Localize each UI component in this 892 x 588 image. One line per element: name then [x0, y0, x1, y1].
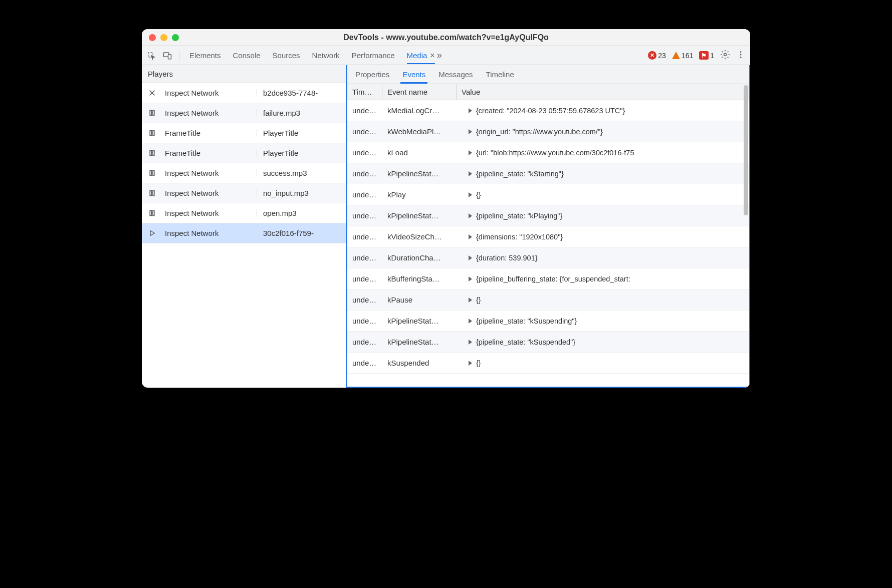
- event-value: {created: "2024-08-23 05:57:59.678623 UT…: [457, 107, 749, 115]
- svg-rect-12: [152, 151, 154, 156]
- expand-icon[interactable]: [469, 298, 472, 303]
- expand-icon[interactable]: [469, 234, 472, 239]
- player-title: PlayerTitle: [257, 149, 346, 157]
- player-row[interactable]: Inspect Networkfailure.mp3: [142, 103, 346, 123]
- expand-icon[interactable]: [469, 340, 472, 345]
- play-icon: [142, 229, 162, 237]
- svg-point-6: [740, 56, 742, 58]
- event-row[interactable]: unde…kPipelineStat…{pipeline_state: "kSt…: [347, 163, 749, 184]
- tab-performance[interactable]: Performance: [352, 47, 395, 64]
- scrollbar-thumb[interactable]: [744, 85, 748, 215]
- event-timestamp: unde…: [347, 232, 382, 241]
- player-row[interactable]: FrameTitlePlayerTitle: [142, 143, 346, 163]
- event-name: kLoad: [382, 148, 457, 157]
- event-row[interactable]: unde…kPause{}: [347, 289, 749, 311]
- svg-rect-2: [168, 54, 171, 59]
- subtab-timeline[interactable]: Timeline: [486, 66, 514, 83]
- event-value: {}: [457, 191, 749, 199]
- more-menu-icon[interactable]: [736, 50, 745, 61]
- players-header: Players: [142, 65, 346, 83]
- player-row[interactable]: Inspect Networkb2dce935-7748-: [142, 83, 346, 103]
- player-row[interactable]: Inspect Networkno_input.mp3: [142, 183, 346, 203]
- svg-rect-17: [150, 211, 151, 216]
- expand-icon[interactable]: [469, 108, 472, 113]
- pause-icon: [142, 109, 162, 117]
- expand-icon[interactable]: [469, 192, 472, 197]
- event-row[interactable]: unde…kWebMediaPl…{origin_url: "https://w…: [347, 121, 749, 142]
- more-tabs-icon[interactable]: »: [435, 50, 444, 61]
- player-row[interactable]: Inspect Network30c2f016-f759-: [142, 223, 346, 243]
- event-timestamp: unde…: [347, 190, 382, 199]
- events-table: Tim… Event name Value unde…kMediaLogCr…{…: [347, 84, 749, 387]
- expand-icon[interactable]: [469, 276, 472, 281]
- col-event-name[interactable]: Event name: [382, 84, 457, 100]
- tab-media[interactable]: Media×: [407, 47, 435, 64]
- expand-icon[interactable]: [469, 129, 472, 134]
- subtab-events[interactable]: Events: [402, 66, 425, 83]
- x-icon: [142, 89, 162, 97]
- subtab-properties[interactable]: Properties: [355, 66, 389, 83]
- subtab-messages[interactable]: Messages: [438, 66, 473, 83]
- event-row[interactable]: unde…kPipelineStat…{pipeline_state: "kSu…: [347, 332, 749, 353]
- event-timestamp: unde…: [347, 317, 382, 325]
- expand-icon[interactable]: [469, 171, 472, 176]
- inspect-icon[interactable]: [147, 51, 156, 60]
- event-value: {}: [457, 296, 749, 304]
- event-name: kBufferingSta…: [382, 274, 457, 283]
- events-header: Tim… Event name Value: [347, 84, 749, 100]
- event-row[interactable]: unde…kPlay{}: [347, 184, 749, 205]
- event-row[interactable]: unde…kSuspended{}: [347, 353, 749, 374]
- expand-icon[interactable]: [469, 255, 472, 260]
- expand-icon[interactable]: [469, 361, 472, 366]
- minimize-button[interactable]: [160, 34, 167, 41]
- event-value: {pipeline_state: "kSuspending"}: [457, 317, 749, 325]
- player-row[interactable]: Inspect Networksuccess.mp3: [142, 163, 346, 183]
- expand-icon[interactable]: [469, 319, 472, 324]
- pause-icon: [142, 149, 162, 157]
- sub-tabs: PropertiesEventsMessagesTimeline: [347, 65, 749, 84]
- event-row[interactable]: unde…kLoad{url: "blob:https://www.youtub…: [347, 142, 749, 163]
- player-row[interactable]: FrameTitlePlayerTitle: [142, 123, 346, 143]
- event-row[interactable]: unde…kMediaLogCr…{created: "2024-08-23 0…: [347, 100, 749, 121]
- error-count[interactable]: ✕ 23: [648, 51, 666, 60]
- svg-rect-18: [152, 211, 154, 216]
- player-row[interactable]: Inspect Networkopen.mp3: [142, 203, 346, 223]
- player-frame-title: Inspect Network: [162, 209, 257, 217]
- tab-elements[interactable]: Elements: [189, 47, 221, 64]
- event-value: {dimensions: "1920x1080"}: [457, 233, 749, 241]
- close-tab-icon[interactable]: ×: [430, 52, 434, 60]
- col-timestamp[interactable]: Tim…: [347, 84, 382, 100]
- event-row[interactable]: unde…kBufferingSta…{pipeline_buffering_s…: [347, 268, 749, 289]
- tab-network[interactable]: Network: [312, 47, 340, 64]
- event-name: kPipelineStat…: [382, 338, 457, 346]
- player-frame-title: Inspect Network: [162, 229, 257, 237]
- event-timestamp: unde…: [347, 127, 382, 136]
- svg-point-3: [724, 53, 727, 56]
- event-timestamp: unde…: [347, 106, 382, 115]
- event-row[interactable]: unde…kPipelineStat…{pipeline_state: "kSu…: [347, 311, 749, 332]
- info-count[interactable]: ⚑ 1: [699, 51, 714, 60]
- device-toggle-icon[interactable]: [163, 51, 172, 60]
- player-frame-title: FrameTitle: [162, 149, 257, 157]
- settings-icon[interactable]: [720, 50, 730, 62]
- main-tabs: ElementsConsoleSourcesNetworkPerformance…: [189, 47, 435, 64]
- svg-rect-9: [150, 131, 151, 136]
- event-name: kPlay: [382, 190, 457, 199]
- event-row[interactable]: unde…kVideoSizeCh…{dimensions: "1920x108…: [347, 226, 749, 247]
- warning-count[interactable]: 161: [672, 52, 693, 60]
- player-frame-title: Inspect Network: [162, 169, 257, 177]
- maximize-button[interactable]: [172, 34, 179, 41]
- expand-icon[interactable]: [469, 150, 472, 155]
- event-row[interactable]: unde…kPipelineStat…{pipeline_state: "kPl…: [347, 205, 749, 226]
- player-title: b2dce935-7748-: [257, 89, 346, 97]
- event-value: {pipeline_state: "kPlaying"}: [457, 212, 749, 220]
- event-timestamp: unde…: [347, 359, 382, 367]
- tab-console[interactable]: Console: [233, 47, 261, 64]
- event-row[interactable]: unde…kDurationCha…{duration: 539.901}: [347, 247, 749, 268]
- close-button[interactable]: [149, 34, 156, 41]
- col-value[interactable]: Value: [457, 84, 749, 100]
- tab-sources[interactable]: Sources: [273, 47, 300, 64]
- warning-icon: [672, 52, 680, 59]
- expand-icon[interactable]: [469, 213, 472, 218]
- event-name: kPause: [382, 296, 457, 304]
